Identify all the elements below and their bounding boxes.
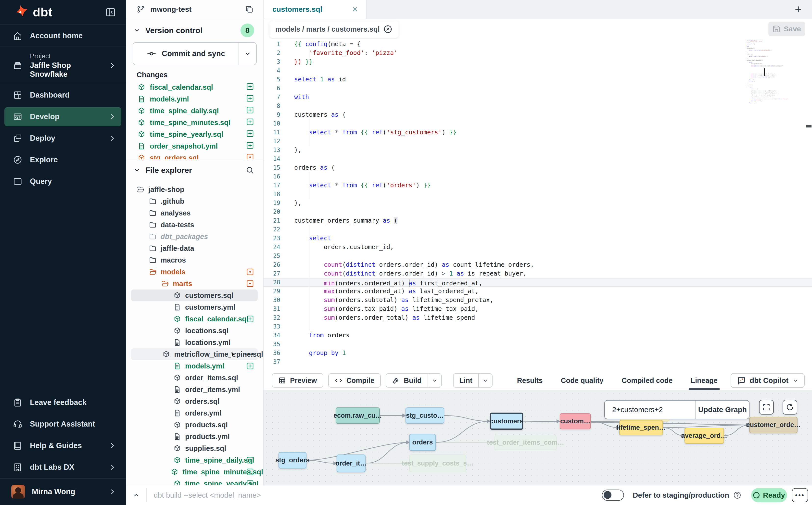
- search-icon[interactable]: [246, 166, 254, 175]
- lint-options-chevron[interactable]: [478, 374, 492, 387]
- defer-toggle[interactable]: [602, 490, 624, 501]
- tree-item-products-yml[interactable]: products.yml: [126, 431, 263, 443]
- code-line-31[interactable]: 31 sum(orders.tax_paid) as lifetime_tax_…: [264, 305, 812, 313]
- save-button[interactable]: Save: [768, 22, 805, 36]
- sidebar-item-explore[interactable]: Explore: [0, 149, 126, 171]
- lineage-node-lifetime[interactable]: lifetime_spen…: [619, 420, 663, 436]
- expand-command-icon[interactable]: [133, 492, 140, 499]
- code-line-12[interactable]: 12: [264, 137, 812, 146]
- close-tab-icon[interactable]: [351, 6, 359, 13]
- tree-item-jaffle-data[interactable]: jaffle-data: [126, 242, 263, 254]
- code-line-16[interactable]: 16: [264, 172, 812, 181]
- tree-item-jaffle-shop[interactable]: jaffle-shop: [126, 184, 263, 195]
- tree-item-analyses[interactable]: analyses: [126, 207, 263, 219]
- build-button[interactable]: Build: [386, 373, 442, 387]
- lint-button[interactable]: Lint: [453, 373, 493, 387]
- code-line-14[interactable]: 14: [264, 154, 812, 163]
- lineage-node-orders[interactable]: orders: [409, 434, 436, 451]
- help-circle-icon[interactable]: [733, 491, 742, 499]
- tree-item-models-yml[interactable]: models.yml: [126, 360, 263, 372]
- sidebar-item-help-guides[interactable]: Help & Guides: [0, 435, 126, 457]
- code-line-22[interactable]: 22: [264, 225, 812, 234]
- code-line-20[interactable]: 20: [264, 207, 812, 216]
- code-line-11[interactable]: 11 select * from {{ ref('stg_customers')…: [264, 128, 812, 137]
- change-item[interactable]: fiscal_calendar.sql: [126, 81, 263, 93]
- sidebar-item-support-assistant[interactable]: Support Assistant: [0, 413, 126, 435]
- change-item[interactable]: stg_orders.sql: [126, 152, 263, 159]
- code-line-6[interactable]: 6: [264, 84, 812, 93]
- compile-button[interactable]: Compile: [328, 373, 381, 387]
- tree-item-metricflow-time-spine-sql[interactable]: metricflow_time_spine.sql•••: [126, 348, 263, 360]
- user-menu[interactable]: Mirna Wong: [0, 479, 126, 505]
- code-line-15[interactable]: 15orders as (: [264, 163, 812, 172]
- tree-item-orders-yml[interactable]: orders.yml: [126, 407, 263, 419]
- lineage-node-ecom[interactable]: ecom.raw_cu…: [336, 407, 380, 424]
- lineage-node-custom[interactable]: custom…: [560, 413, 591, 429]
- tab-customers-sql[interactable]: customers.sql: [264, 0, 366, 19]
- code-line-25[interactable]: 25: [264, 251, 812, 260]
- tree-item--github[interactable]: .github: [126, 195, 263, 207]
- code-line-10[interactable]: 10: [264, 119, 812, 128]
- code-line-37[interactable]: 37: [264, 357, 812, 366]
- lineage-search[interactable]: 2+customers+2 Update Graph: [604, 400, 750, 419]
- dbt-copilot-button[interactable]: dbt Copilot: [730, 373, 805, 388]
- sidebar-item-project[interactable]: ProjectJaffle Shop Snowflake: [0, 47, 126, 84]
- commit-options-chevron[interactable]: [238, 43, 256, 65]
- tab-compiled-code[interactable]: Compiled code: [622, 376, 672, 385]
- lineage-node-test_order[interactable]: test_order_items_com…: [494, 435, 556, 450]
- tree-item-data-tests[interactable]: data-tests: [126, 219, 263, 231]
- tree-item-locations-sql[interactable]: locations.sql: [126, 325, 263, 337]
- code-line-29[interactable]: 29 max(orders.ordered_at) as last_ordere…: [264, 287, 812, 296]
- lineage-compass-icon[interactable]: [383, 24, 393, 34]
- lineage-node-test_supply[interactable]: test_supply_costs_s…: [409, 455, 466, 472]
- code-line-7[interactable]: 7with: [264, 93, 812, 102]
- change-item[interactable]: time_spine_yearly.sql: [126, 129, 263, 140]
- tree-item-fiscal-calendar-sql[interactable]: fiscal_calendar.sql: [126, 313, 263, 325]
- tab-code-quality[interactable]: Code quality: [561, 376, 603, 385]
- tree-item-products-sql[interactable]: products.sql: [126, 419, 263, 431]
- refresh-button[interactable]: [783, 400, 797, 414]
- code-line-24[interactable]: 24 orders.customer_id,: [264, 243, 812, 251]
- tab-lineage[interactable]: Lineage: [691, 376, 717, 385]
- sidebar-item-develop[interactable]: Develop: [0, 106, 126, 128]
- code-line-32[interactable]: 32 sum(orders.order_total) as lifetime_s…: [264, 313, 812, 322]
- lineage-node-stg_orders[interactable]: stg_orders: [279, 452, 306, 469]
- sidebar-item-leave-feedback[interactable]: Leave feedback: [0, 392, 126, 413]
- code-line-9[interactable]: 9customers as (: [264, 110, 812, 119]
- commit-and-sync-button[interactable]: Commit and sync: [133, 42, 257, 65]
- code-line-17[interactable]: 17 select * from {{ ref('orders') }}: [264, 181, 812, 190]
- tree-item-locations-yml[interactable]: locations.yml: [126, 337, 263, 348]
- change-item[interactable]: models.yml: [126, 93, 263, 105]
- sidebar-item-deploy[interactable]: Deploy: [0, 128, 126, 149]
- code-line-4[interactable]: 4: [264, 66, 812, 75]
- row-menu-icon[interactable]: •••: [244, 350, 254, 358]
- code-line-30[interactable]: 30 sum(orders.subtotal) as lifetime_spen…: [264, 296, 812, 305]
- code-line-35[interactable]: 35: [264, 340, 812, 349]
- lineage-node-stg_customers[interactable]: stg_custo…: [405, 407, 444, 424]
- code-line-3[interactable]: 3}) }}: [264, 57, 812, 66]
- tree-item-supplies-sql[interactable]: supplies.sql: [126, 443, 263, 454]
- sidebar-item-account-home[interactable]: Account home: [0, 25, 126, 46]
- sidebar-item-dashboard[interactable]: Dashboard: [0, 84, 126, 106]
- tree-item-time-spine-yearly-sql[interactable]: time_spine_yearly.sql: [126, 478, 263, 485]
- tree-item-time-spine-daily-sql[interactable]: time_spine_daily.sql: [126, 454, 263, 466]
- code-line-1[interactable]: 1{{ config(meta = {: [264, 40, 812, 48]
- code-line-18[interactable]: 18: [264, 190, 812, 199]
- command-input[interactable]: dbt build --select <model_name>: [154, 491, 261, 499]
- change-item[interactable]: time_spine_daily.sql: [126, 105, 263, 117]
- tree-item-marts[interactable]: marts: [126, 278, 263, 290]
- code-line-33[interactable]: 33: [264, 322, 812, 331]
- code-line-5[interactable]: 5select 1 as id: [264, 75, 812, 84]
- tree-item-macros[interactable]: macros: [126, 254, 263, 266]
- code-line-36[interactable]: 36 group by 1: [264, 349, 812, 357]
- fullscreen-button[interactable]: [759, 400, 774, 414]
- lineage-node-order_items[interactable]: order_it…: [337, 455, 365, 472]
- change-item[interactable]: order_snapshot.yml: [126, 140, 263, 152]
- new-tab-icon[interactable]: [793, 4, 803, 14]
- tree-item-customers-sql[interactable]: customers.sql: [126, 290, 263, 301]
- code-line-13[interactable]: 13),: [264, 146, 812, 154]
- tree-item-orders-sql[interactable]: orders.sql: [126, 395, 263, 407]
- code-line-27[interactable]: 27 count(distinct orders.order_id) > 1 a…: [264, 269, 812, 278]
- version-control-header[interactable]: Version control 8: [126, 23, 263, 37]
- code-line-23[interactable]: 23 select: [264, 234, 812, 243]
